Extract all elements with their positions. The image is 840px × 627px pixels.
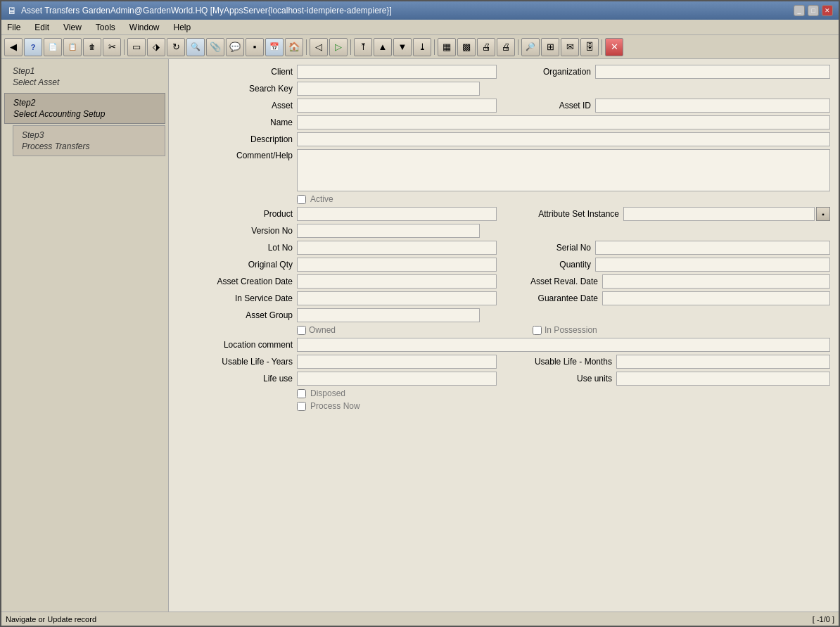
comment-input[interactable] — [297, 149, 830, 191]
lotno-input[interactable] — [297, 241, 497, 255]
multi-toolbar-btn[interactable]: ⊞ — [541, 38, 559, 56]
service-date-input[interactable] — [297, 291, 497, 305]
owned-label: Owned — [309, 325, 336, 335]
search-key-input[interactable] — [297, 82, 480, 96]
owned-checkbox[interactable] — [297, 326, 306, 335]
attach-toolbar-btn[interactable]: 📎 — [206, 38, 224, 56]
prev-toolbar-btn[interactable]: ◁ — [310, 38, 328, 56]
app-icon: 🖥 — [7, 5, 17, 16]
window-toolbar-btn[interactable]: ▪ — [246, 38, 264, 56]
copy-toolbar-btn[interactable]: 📋 — [63, 38, 82, 56]
print3-toolbar-btn[interactable]: 🖨 — [497, 38, 515, 56]
attrset-input[interactable] — [623, 207, 815, 221]
menu-help[interactable]: Help — [171, 22, 194, 33]
help-toolbar-btn[interactable]: ? — [24, 38, 42, 56]
print2-toolbar-btn[interactable]: 🖨 — [477, 38, 495, 56]
process-now-checkbox[interactable] — [297, 402, 306, 411]
next-rec-toolbar-btn[interactable]: ▼ — [393, 38, 412, 56]
quantity-input[interactable] — [595, 258, 830, 272]
step2-item[interactable]: Step2 Select Accounting Setup — [4, 93, 165, 124]
org-input[interactable] — [595, 65, 830, 79]
sidebar: Step1 Select Asset Step2 Select Accounti… — [1, 59, 169, 612]
refresh-toolbar-btn[interactable]: ↻ — [167, 38, 185, 56]
attrset-btn[interactable]: ▪ — [816, 207, 830, 221]
creation-date-input[interactable] — [297, 274, 497, 289]
originalqty-input[interactable] — [297, 258, 497, 272]
originalqty-label: Original Qty — [177, 260, 297, 270]
zoom-toolbar-btn[interactable]: 🔎 — [521, 38, 540, 56]
maximize-btn[interactable]: □ — [808, 5, 819, 16]
client-col: Client — [177, 65, 497, 79]
chart-toolbar-btn[interactable]: ▩ — [457, 38, 476, 56]
possession-checkbox[interactable] — [533, 326, 542, 335]
minimize-btn[interactable]: _ — [794, 5, 805, 16]
close-window-btn[interactable]: ✕ — [822, 5, 833, 16]
menu-file[interactable]: File — [4, 22, 23, 33]
menu-view[interactable]: View — [61, 22, 84, 33]
cut-toolbar-btn[interactable]: ✂ — [103, 38, 121, 56]
prev-rec-toolbar-btn[interactable]: ▲ — [374, 38, 392, 56]
new-toolbar-btn[interactable]: 📄 — [44, 38, 62, 56]
close-toolbar-btn[interactable]: ✕ — [605, 38, 623, 56]
product-input[interactable] — [297, 207, 497, 221]
guarantee-date-input[interactable] — [602, 291, 830, 305]
delete-toolbar-btn[interactable]: 🗑 — [83, 38, 101, 56]
mail-toolbar-btn[interactable]: ✉ — [561, 38, 579, 56]
reval-date-input[interactable] — [602, 274, 830, 289]
assetid-input[interactable] — [595, 99, 830, 113]
menu-edit[interactable]: Edit — [32, 22, 52, 33]
version-label: Version No — [177, 226, 297, 236]
life-years-input[interactable] — [297, 355, 497, 369]
life-years-label: Usable Life - Years — [177, 357, 297, 367]
step1-header: Step1 — [8, 64, 161, 77]
title-bar-left: 🖥 Asset Transfers GardenAdmin@GardenWorl… — [7, 5, 392, 16]
menu-tools[interactable]: Tools — [93, 22, 118, 33]
grid-toolbar-btn[interactable]: ▦ — [438, 38, 456, 56]
step3-item[interactable]: Step3 Process Transfers — [13, 125, 165, 156]
lotno-col: Lot No — [177, 241, 497, 255]
last-toolbar-btn[interactable]: ⤓ — [413, 38, 431, 56]
disposed-checkbox[interactable] — [297, 389, 306, 398]
back-toolbar-btn[interactable]: ◀ — [4, 38, 23, 56]
service-date-col: In Service Date — [177, 291, 497, 305]
sep5 — [518, 39, 518, 55]
version-input[interactable] — [297, 224, 480, 238]
menu-window[interactable]: Window — [127, 22, 163, 33]
serialno-input[interactable] — [595, 241, 830, 255]
client-input[interactable] — [297, 65, 497, 79]
export-toolbar-btn[interactable]: ⬗ — [147, 38, 165, 56]
title-bar-controls[interactable]: _ □ ✕ — [794, 5, 833, 16]
use-units-label: Use units — [511, 374, 616, 384]
first-toolbar-btn[interactable]: ⤒ — [354, 38, 372, 56]
active-checkbox[interactable] — [297, 195, 306, 204]
life-months-input[interactable] — [616, 355, 830, 369]
asset-group-input[interactable] — [297, 308, 480, 322]
step1-item[interactable]: Step1 Select Asset — [4, 62, 165, 91]
serialno-label: Serial No — [511, 243, 595, 253]
product-label: Product — [177, 209, 297, 219]
location-row: Location comment — [177, 338, 830, 352]
chat-toolbar-btn[interactable]: 💬 — [226, 38, 244, 56]
archive-toolbar-btn[interactable]: 🗄 — [580, 38, 599, 56]
name-row: Name — [177, 115, 830, 129]
owned-group: Owned — [297, 325, 336, 335]
use-units-col: Use units — [511, 372, 830, 386]
use-units-input[interactable] — [616, 372, 830, 386]
location-input[interactable] — [297, 338, 830, 352]
next-toolbar-btn[interactable]: ▷ — [329, 38, 348, 56]
name-label: Name — [177, 118, 297, 127]
attrset-col: Attribute Set Instance ▪ — [511, 207, 830, 221]
guarantee-date-label: Guarantee Date — [511, 293, 602, 303]
description-input[interactable] — [297, 132, 830, 146]
calendar-toolbar-btn[interactable]: 📅 — [265, 38, 284, 56]
description-label: Description — [177, 134, 297, 144]
life-use-input[interactable] — [297, 372, 497, 386]
find-toolbar-btn[interactable]: 🔍 — [186, 38, 205, 56]
title-bar: 🖥 Asset Transfers GardenAdmin@GardenWorl… — [1, 1, 839, 20]
home-toolbar-btn[interactable]: 🏠 — [285, 38, 303, 56]
asset-input[interactable] — [297, 99, 497, 113]
print-toolbar-btn[interactable]: ▭ — [127, 38, 146, 56]
life-use-row: Life use Use units — [177, 372, 830, 386]
process-now-row: Process Now — [177, 401, 830, 411]
name-input[interactable] — [297, 115, 830, 129]
